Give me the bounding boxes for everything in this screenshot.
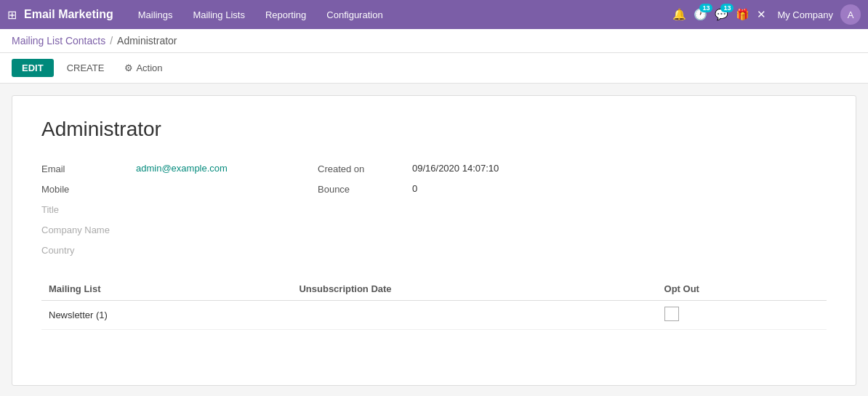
email-value[interactable]: admin@example.com: [136, 163, 228, 174]
col-opt-out: Opt Out: [657, 278, 827, 301]
company-name[interactable]: My Company: [777, 9, 833, 20]
field-created-on: Created on 09/16/2020 14:07:10: [318, 163, 536, 174]
breadcrumb-current: Administrator: [117, 35, 177, 47]
field-company: Company Name: [41, 224, 260, 235]
cell-mailing-list: Newsletter (1): [41, 301, 292, 330]
created-on-label: Created on: [318, 163, 412, 174]
mobile-label: Mobile: [41, 183, 136, 195]
grid-icon[interactable]: ⊞: [7, 8, 17, 22]
fields-right: Created on 09/16/2020 14:07:10 Bounce 0: [318, 163, 536, 256]
nav-configuration[interactable]: Configuration: [324, 8, 385, 22]
nav-mailing-lists[interactable]: Mailing Lists: [190, 8, 248, 22]
field-title: Title: [41, 203, 260, 215]
clock-icon[interactable]: 🕐 13: [694, 8, 707, 21]
nav-mailings[interactable]: Mailings: [135, 8, 176, 22]
table-header-row: Mailing List Unsubscription Date Opt Out: [41, 278, 827, 301]
record-title: Administrator: [41, 118, 827, 141]
user-avatar[interactable]: A: [840, 4, 861, 25]
form-card: Administrator Email admin@example.com Mo…: [12, 95, 856, 386]
field-email: Email admin@example.com: [41, 163, 260, 174]
opt-out-checkbox[interactable]: [664, 307, 679, 321]
action-icon: ⚙: [124, 62, 133, 73]
email-label: Email: [41, 163, 136, 174]
bounce-label: Bounce: [318, 183, 412, 195]
action-menu[interactable]: ⚙ Action: [124, 62, 162, 73]
app-title: Email Marketing: [24, 8, 113, 21]
field-country: Country: [41, 244, 260, 256]
mailing-list-table: Mailing List Unsubscription Date Opt Out…: [41, 278, 827, 330]
breadcrumb-parent[interactable]: Mailing List Contacts: [12, 35, 105, 47]
nav-reporting[interactable]: Reporting: [262, 8, 309, 22]
bounce-value: 0: [412, 183, 417, 194]
mailing-list-table-section: Mailing List Unsubscription Date Opt Out…: [41, 278, 827, 330]
wrench-icon[interactable]: ✕: [757, 8, 766, 21]
created-on-value: 09/16/2020 14:07:10: [412, 163, 499, 174]
cell-unsubscription-date: [292, 301, 656, 330]
chat-icon[interactable]: 💬 13: [715, 8, 728, 21]
table-row: Newsletter (1): [41, 301, 827, 330]
table-body: Newsletter (1): [41, 301, 827, 330]
topnav-actions: 🔔 🕐 13 💬 13 🎁 ✕ My Company A: [672, 4, 861, 25]
fields-left: Email admin@example.com Mobile Title Com…: [41, 163, 260, 256]
col-mailing-list: Mailing List: [41, 278, 292, 301]
field-bounce: Bounce 0: [318, 183, 536, 195]
action-label: Action: [136, 62, 162, 73]
toolbar: EDIT CREATE ⚙ Action: [0, 53, 868, 84]
create-button[interactable]: CREATE: [60, 59, 112, 77]
nav-menu: Mailings Mailing Lists Reporting Configu…: [135, 8, 673, 22]
table-header: Mailing List Unsubscription Date Opt Out: [41, 278, 827, 301]
title-label: Title: [41, 203, 136, 215]
fields-section: Email admin@example.com Mobile Title Com…: [41, 163, 827, 256]
bell-icon[interactable]: 🔔: [672, 8, 686, 21]
cell-opt-out: [657, 301, 827, 330]
content-wrapper: Administrator Email admin@example.com Mo…: [0, 84, 868, 396]
company-label: Company Name: [41, 224, 136, 235]
topnav: ⊞ Email Marketing Mailings Mailing Lists…: [0, 0, 868, 29]
col-unsubscription-date: Unsubscription Date: [292, 278, 656, 301]
breadcrumb-separator: /: [110, 35, 113, 47]
breadcrumb: Mailing List Contacts / Administrator: [0, 29, 868, 53]
gift-icon[interactable]: 🎁: [736, 8, 750, 21]
edit-button[interactable]: EDIT: [12, 59, 54, 77]
country-label: Country: [41, 244, 136, 256]
field-mobile: Mobile: [41, 183, 260, 195]
clock-badge: 13: [699, 4, 712, 12]
chat-badge: 13: [720, 4, 734, 12]
